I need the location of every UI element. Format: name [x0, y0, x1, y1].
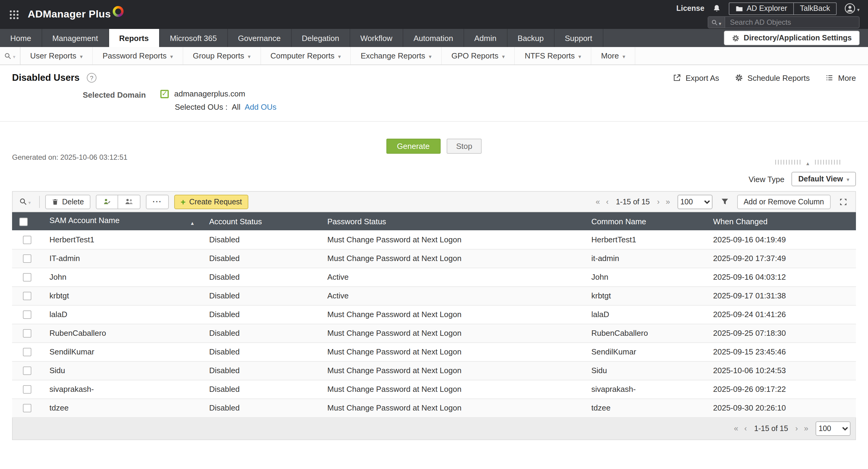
- row-checkbox[interactable]: [23, 292, 31, 301]
- expand-table-button[interactable]: [836, 197, 850, 206]
- directory-application-settings-button[interactable]: Directory/Application Settings: [724, 31, 860, 45]
- stop-button[interactable]: Stop: [446, 139, 482, 154]
- view-type-dropdown[interactable]: Default View: [792, 172, 856, 186]
- row-checkbox[interactable]: [23, 236, 31, 244]
- nav-tab[interactable]: Automation: [403, 29, 464, 47]
- page-size-select[interactable]: 100: [815, 421, 850, 436]
- export-as-button[interactable]: Export As: [673, 73, 719, 82]
- expand-icon: [839, 197, 847, 206]
- cell-sam-account-name: tdzee: [42, 399, 202, 417]
- nav-tab[interactable]: Workflow: [350, 29, 403, 47]
- row-checkbox[interactable]: [23, 367, 31, 375]
- page-size-select[interactable]: 100: [677, 194, 712, 209]
- panel-collapse-handle[interactable]: [775, 157, 840, 167]
- schedule-reports-button[interactable]: Schedule Reports: [735, 73, 810, 82]
- user-avatar-icon: [844, 3, 855, 14]
- column-common-name[interactable]: Common Name: [584, 212, 706, 230]
- report-nav-item[interactable]: Computer Reports: [261, 47, 351, 64]
- nav-tab[interactable]: Delegation: [291, 29, 350, 47]
- row-checkbox[interactable]: [23, 273, 31, 282]
- table-row[interactable]: lalaD Disabled Must Change Password at N…: [12, 305, 856, 324]
- search-scope-button[interactable]: [708, 17, 725, 28]
- app-logo[interactable]: ADManager Plus: [28, 8, 124, 21]
- last-page-button[interactable]: [664, 197, 672, 206]
- table-row[interactable]: RubenCaballero Disabled Must Change Pass…: [12, 324, 856, 342]
- row-checkbox[interactable]: [23, 330, 31, 338]
- nav-tab[interactable]: Support: [555, 29, 603, 47]
- nav-tab[interactable]: Home: [0, 29, 42, 47]
- generate-area: Generate Stop Generated on: 2025-10-06 0…: [0, 122, 868, 186]
- table-row[interactable]: krbtgt Disabled Active krbtgt 2025-09-17…: [12, 286, 856, 305]
- create-request-button[interactable]: Create Request: [174, 194, 249, 209]
- page-header: Disabled Users Export As Schedule Report…: [0, 65, 868, 87]
- table-row[interactable]: tdzee Disabled Must Change Password at N…: [12, 399, 856, 417]
- table-row[interactable]: sivaprakash- Disabled Must Change Passwo…: [12, 380, 856, 399]
- report-nav-item[interactable]: Exchange Reports: [351, 47, 442, 64]
- search-input[interactable]: [725, 18, 859, 27]
- table-row[interactable]: SendilKumar Disabled Must Change Passwor…: [12, 342, 856, 361]
- select-all-checkbox[interactable]: [19, 218, 28, 226]
- previous-page-button[interactable]: [604, 197, 611, 206]
- generate-button[interactable]: Generate: [386, 139, 440, 154]
- more-actions-button[interactable]: More: [826, 73, 856, 82]
- app-logo-text: ADManager Plus: [28, 8, 111, 21]
- ad-explorer-link[interactable]: AD Explorer: [729, 3, 793, 14]
- talkback-link[interactable]: TalkBack: [793, 3, 836, 14]
- group-action-button[interactable]: [118, 194, 141, 209]
- next-page-button[interactable]: [794, 424, 800, 433]
- table-row[interactable]: Sidu Disabled Must Change Password at Ne…: [12, 361, 856, 380]
- cell-password-status: Must Change Password at Next Logon: [320, 305, 584, 324]
- table-search-button[interactable]: [16, 197, 34, 206]
- cell-account-status: Disabled: [202, 305, 320, 324]
- nav-tab[interactable]: Reports: [109, 29, 159, 47]
- cell-sam-account-name: SendilKumar: [42, 342, 202, 361]
- more-tools-button[interactable]: [146, 194, 168, 209]
- table-row[interactable]: HerbertTest1 Disabled Must Change Passwo…: [12, 230, 856, 249]
- first-page-button[interactable]: [594, 197, 601, 206]
- column-sam-account-name[interactable]: SAM Account Name: [42, 212, 202, 230]
- cell-when-changed: 2025-09-16 04:03:12: [706, 268, 856, 286]
- next-page-button[interactable]: [655, 197, 661, 206]
- cell-common-name: HerbertTest1: [584, 230, 706, 249]
- nav-tab[interactable]: Backup: [507, 29, 555, 47]
- report-nav-item[interactable]: More: [591, 47, 635, 64]
- row-checkbox[interactable]: [23, 255, 31, 263]
- column-account-status[interactable]: Account Status: [202, 212, 320, 230]
- nav-tab[interactable]: Admin: [464, 29, 507, 47]
- first-page-button[interactable]: [732, 424, 740, 433]
- schedule-reports-label: Schedule Reports: [747, 73, 810, 82]
- column-when-changed[interactable]: When Changed: [706, 212, 856, 230]
- modify-user-button[interactable]: [96, 194, 118, 209]
- table-row[interactable]: IT-admin Disabled Must Change Password a…: [12, 249, 856, 268]
- domain-checkbox[interactable]: [160, 90, 169, 98]
- report-nav-item[interactable]: User Reports: [21, 47, 93, 64]
- view-type-value: Default View: [798, 175, 843, 183]
- apps-grid-icon[interactable]: [6, 7, 22, 22]
- row-checkbox[interactable]: [23, 385, 31, 394]
- add-ous-link[interactable]: Add OUs: [245, 102, 277, 112]
- previous-page-button[interactable]: [743, 424, 749, 433]
- row-checkbox[interactable]: [23, 311, 31, 319]
- delete-button[interactable]: Delete: [45, 194, 90, 209]
- report-nav-item[interactable]: Group Reports: [183, 47, 261, 64]
- report-nav-item[interactable]: NTFS Reports: [515, 47, 591, 64]
- help-icon[interactable]: [87, 73, 96, 83]
- filter-button[interactable]: [718, 198, 732, 206]
- nav-tab[interactable]: Governance: [228, 29, 292, 47]
- row-checkbox[interactable]: [23, 404, 31, 413]
- column-password-status[interactable]: Password Status: [320, 212, 584, 230]
- report-nav-item[interactable]: GPO Reports: [442, 47, 515, 64]
- license-link[interactable]: License: [676, 4, 704, 13]
- row-checkbox[interactable]: [23, 348, 31, 356]
- table-row[interactable]: John Disabled Active John 2025-09-16 04:…: [12, 268, 856, 286]
- add-remove-column-button[interactable]: Add or Remove Column: [737, 194, 831, 209]
- report-search-button[interactable]: [0, 47, 21, 64]
- notification-bell-icon[interactable]: [712, 4, 721, 13]
- report-nav-items: User Reports Password Reports Group Repo…: [21, 47, 635, 64]
- ellipsis-icon: [153, 197, 162, 206]
- user-menu[interactable]: [844, 3, 860, 14]
- nav-tab[interactable]: Microsoft 365: [159, 29, 227, 47]
- last-page-button[interactable]: [802, 424, 810, 433]
- nav-tab[interactable]: Management: [42, 29, 109, 47]
- report-nav-item[interactable]: Password Reports: [93, 47, 183, 64]
